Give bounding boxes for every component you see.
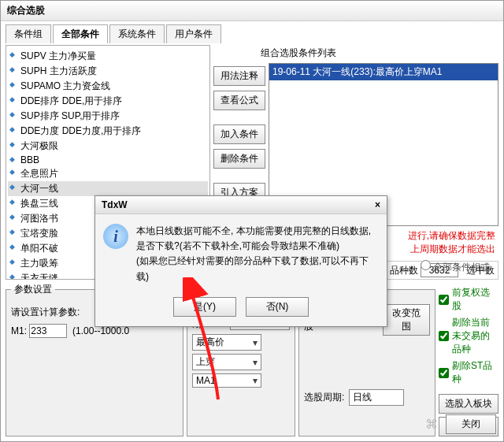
tab-user[interactable]: 用户条件 — [166, 24, 221, 43]
tree-item[interactable]: SUPAMO 主力资金线 — [8, 79, 208, 94]
dialog-close-icon[interactable]: × — [375, 199, 380, 210]
tree-item[interactable]: 大河极限 — [8, 139, 208, 154]
download-dialog: TdxW × i 本地日线数据可能不全, 本功能需要使用完整的日线数据, 是否下… — [94, 195, 387, 327]
dialog-no-button[interactable]: 否(N) — [246, 297, 309, 317]
to-block-button[interactable]: 选股入板块 — [439, 394, 498, 414]
exclude-nontrading-checkbox[interactable]: 剔除当前未交易的品种 — [439, 316, 498, 356]
tree-item[interactable]: DDE排序 DDE,用于排序 — [8, 94, 208, 109]
operator-select[interactable]: 上穿 — [192, 354, 261, 370]
info-icon: i — [103, 224, 128, 249]
exclude-st-checkbox[interactable]: 剔除ST品种 — [439, 359, 498, 386]
or-radio[interactable]: 全部条件相或 — [421, 260, 490, 274]
usage-button[interactable]: 用法注释 — [213, 66, 265, 86]
tab-system[interactable]: 系统条件 — [109, 24, 165, 43]
tree-item[interactable]: SUP排序 SUP,用于排序 — [8, 109, 208, 124]
logo-watermark: ⌘ — [425, 417, 439, 432]
tree-item[interactable]: SUPH 主力活跃度 — [8, 64, 208, 79]
target-select[interactable]: MA1 — [192, 373, 261, 388]
condition-list-item[interactable]: 19-06-11 大河一线(233):最高价上穿MA1 — [269, 64, 498, 80]
change-scope-button[interactable]: 改变范围 — [383, 304, 430, 336]
add-condition-button[interactable]: 加入条件 — [213, 124, 265, 144]
fq-checkbox[interactable]: 前复权选股 — [439, 286, 498, 313]
window-title: 综合选股 — [1, 1, 503, 21]
dialog-yes-button[interactable]: 是(Y) — [173, 297, 236, 317]
tab-group[interactable]: 条件组 — [6, 24, 51, 43]
tree-item[interactable]: DDE力度 DDE力度,用于排序 — [8, 124, 208, 139]
delete-condition-button[interactable]: 删除条件 — [213, 149, 265, 169]
period-select[interactable]: 日线 — [349, 389, 404, 406]
tree-item[interactable]: 全息照片 — [8, 166, 208, 181]
m1-input[interactable] — [29, 324, 67, 338]
tree-item[interactable]: 大河一线 — [8, 181, 208, 196]
dialog-title: TdxW — [102, 199, 128, 210]
close-button[interactable]: 关闭 — [446, 414, 496, 434]
field-select[interactable]: 最高价 — [192, 334, 261, 351]
tree-item[interactable]: BBB — [8, 154, 208, 166]
dialog-message: 本地日线数据可能不全, 本功能需要使用完整的日线数据, 是否下载?(若不下载补全… — [136, 224, 379, 284]
tab-all[interactable]: 全部条件 — [53, 24, 108, 43]
combo-list-label: 组合选股条件列表 — [213, 45, 498, 61]
view-formula-button[interactable]: 查看公式 — [213, 91, 265, 110]
tree-item[interactable]: SUPV 主力净买量 — [8, 49, 208, 64]
tab-bar: 条件组 全部条件 系统条件 用户条件 — [1, 21, 503, 43]
